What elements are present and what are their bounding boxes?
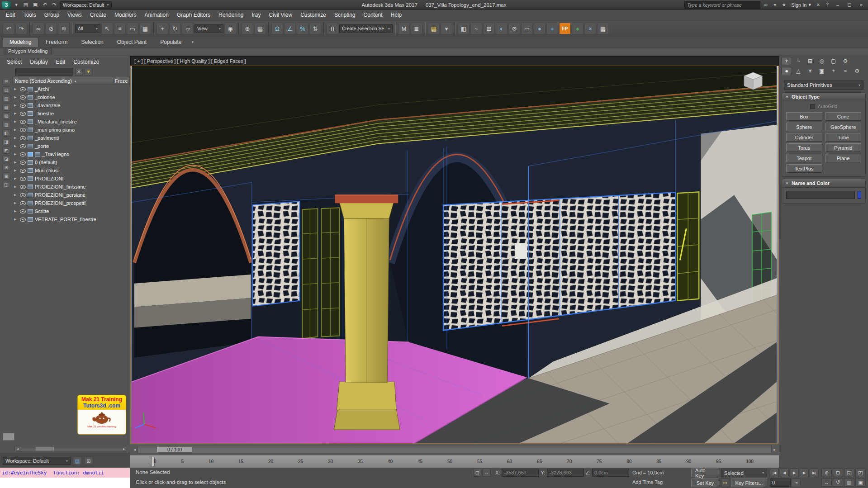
undo-icon[interactable]: ↶ xyxy=(3,23,14,34)
expand-arrow-icon[interactable]: ▶ xyxy=(14,193,18,197)
minimize-button[interactable]: – xyxy=(833,1,843,9)
toggle-layer-explorer-icon[interactable]: ▤ xyxy=(428,23,440,34)
create-torus-button[interactable]: Torus xyxy=(786,143,822,152)
expand-arrow-icon[interactable]: ▶ xyxy=(14,87,18,91)
show-shapes-icon[interactable]: ▦ xyxy=(2,104,10,111)
ribbon-tab-selection[interactable]: Selection xyxy=(75,38,109,47)
select-and-link-icon[interactable]: ∞ xyxy=(33,23,44,34)
select-and-manipulate-icon[interactable]: ⊕ xyxy=(242,23,253,34)
scene-converter-icon[interactable]: × xyxy=(584,23,596,34)
create-cylinder-button[interactable]: Cylinder xyxy=(786,133,822,142)
search-input[interactable] xyxy=(684,1,760,9)
expand-arrow-icon[interactable]: ▶ xyxy=(14,177,18,180)
create-textplus-button[interactable]: TextPlus xyxy=(786,164,822,173)
ribbon-more-icon[interactable]: ▾ xyxy=(192,40,194,47)
cat-systems[interactable]: ⚙ xyxy=(852,67,863,75)
y-coordinate-field[interactable]: -3228,693 xyxy=(547,469,584,477)
zoom-region-icon[interactable]: ◰ xyxy=(855,469,866,477)
show-cameras-icon[interactable]: ▨ xyxy=(2,121,10,128)
maxscript-mini-listener[interactable] xyxy=(0,478,130,488)
menu-iray[interactable]: Iray xyxy=(247,10,265,19)
visibility-eye-icon[interactable] xyxy=(20,95,26,99)
explorer-row[interactable]: ▶VETRATE_PORTE_finestre xyxy=(13,215,130,223)
menu-group[interactable]: Group xyxy=(40,10,63,19)
visibility-eye-icon[interactable] xyxy=(20,193,26,197)
bind-to-space-warp-icon[interactable]: ≋ xyxy=(58,23,70,34)
cat-cameras[interactable]: ▣ xyxy=(816,67,827,75)
angle-snap-icon[interactable]: ∠ xyxy=(284,23,296,34)
percent-snap-icon[interactable]: % xyxy=(297,23,308,34)
toggle-ribbon-icon[interactable]: ◧ xyxy=(458,23,470,34)
time-slider-right-icon[interactable]: ▸ xyxy=(772,447,778,452)
explorer-row[interactable]: ▶_davanzale xyxy=(13,101,130,109)
show-materials-icon[interactable]: ⊞ xyxy=(2,164,10,171)
layer-explorer-icon[interactable]: ▤ xyxy=(73,457,82,465)
app-menu-icon[interactable]: ▾ xyxy=(12,1,20,9)
render-production-icon[interactable]: ● xyxy=(534,23,545,34)
show-helpers-icon[interactable]: ◧ xyxy=(2,129,10,137)
visibility-eye-icon[interactable] xyxy=(20,185,26,189)
snaps-toggle-icon[interactable]: Ω xyxy=(271,23,283,34)
show-groups-icon[interactable]: ◩ xyxy=(2,147,10,154)
expand-arrow-icon[interactable]: ▶ xyxy=(14,120,18,123)
named-selection-sets-dropdown[interactable]: Create Selection Se▾ xyxy=(339,24,393,33)
explorer-menu-edit[interactable]: Edit xyxy=(52,58,70,66)
expand-arrow-icon[interactable]: ▶ xyxy=(14,185,18,189)
tab-hierarchy[interactable]: ⊟ xyxy=(805,57,816,65)
explorer-menu-customize[interactable]: Customize xyxy=(69,58,103,66)
visibility-eye-icon[interactable] xyxy=(20,87,26,91)
cat-shapes[interactable]: △ xyxy=(793,67,804,75)
current-frame-field[interactable]: 0 xyxy=(770,479,791,487)
explorer-row[interactable]: ▶_finestre xyxy=(13,109,130,118)
menu-civil-view[interactable]: Civil View xyxy=(265,10,296,19)
menu-edit[interactable]: Edit xyxy=(2,10,19,19)
zoom-all-icon[interactable]: ⊡ xyxy=(833,469,843,477)
scroll-left-icon[interactable]: ◂ xyxy=(15,447,20,451)
maximize-button[interactable]: ◻ xyxy=(844,1,854,9)
explorer-row[interactable]: ▶_Travi legno xyxy=(13,150,130,158)
open-file-icon[interactable]: ▤ xyxy=(22,1,30,9)
visibility-eye-icon[interactable] xyxy=(20,144,26,148)
show-warps-icon[interactable]: ◨ xyxy=(2,138,10,145)
filter-funnel-icon[interactable]: ▼ xyxy=(85,68,92,76)
menu-scripting[interactable]: Scripting xyxy=(330,10,360,19)
workspace-bottom-dropdown[interactable]: Workspace: Default ▾ xyxy=(3,457,71,465)
visibility-eye-icon[interactable] xyxy=(20,209,26,213)
create-teapot-button[interactable]: Teapot xyxy=(786,154,822,162)
tab-create[interactable]: + xyxy=(781,57,792,65)
expand-arrow-icon[interactable]: ▶ xyxy=(14,128,18,132)
mirror-icon[interactable]: M xyxy=(398,23,410,34)
expand-arrow-icon[interactable]: ▶ xyxy=(14,136,18,140)
sign-in-button[interactable]: Sign In ▾ xyxy=(789,2,813,8)
explorer-row[interactable]: ▶_Archi xyxy=(13,85,130,93)
sort-alphabetical-icon[interactable]: ⊟ xyxy=(2,78,10,85)
layers-dropdown-icon[interactable]: ▾ xyxy=(441,23,452,34)
viewcube[interactable] xyxy=(744,72,762,90)
select-and-scale-icon[interactable]: ▱ xyxy=(182,23,194,34)
select-object-icon[interactable]: ↖ xyxy=(101,23,113,34)
show-xrefs-icon[interactable]: ◪ xyxy=(2,155,10,162)
docked-toolbar-icon[interactable]: ⊞ xyxy=(84,457,93,465)
search-options-icon[interactable]: ▾ xyxy=(771,1,778,9)
menu-rendering[interactable]: Rendering xyxy=(214,10,247,19)
use-pivot-center-icon[interactable]: ◉ xyxy=(224,23,236,34)
explorer-search-input[interactable] xyxy=(15,68,73,76)
exchange-apps-icon[interactable]: ✕ xyxy=(815,1,822,9)
expand-arrow-icon[interactable]: ▶ xyxy=(14,218,18,221)
tab-utilities[interactable]: ⚙ xyxy=(840,57,851,65)
menu-views[interactable]: Views xyxy=(63,10,86,19)
explorer-row[interactable]: ▶PROIEZIONI_persiane xyxy=(13,191,130,199)
ribbon-tab-modeling[interactable]: Modeling xyxy=(3,37,38,47)
go-to-end-button[interactable]: ▶| xyxy=(810,469,819,477)
menu-modifiers[interactable]: Modifiers xyxy=(110,10,141,19)
expand-arrow-icon[interactable]: ▶ xyxy=(14,201,18,205)
expand-arrow-icon[interactable]: ▶ xyxy=(14,161,18,164)
rendered-frame-window-icon[interactable]: ▭ xyxy=(521,23,533,34)
explorer-row[interactable]: ▶PROIEZIONI xyxy=(13,175,130,183)
save-file-icon[interactable]: ▣ xyxy=(31,1,39,9)
explorer-column-header[interactable]: Name (Sorted Ascending) ▲ Froze xyxy=(13,77,130,85)
create-tube-button[interactable]: Tube xyxy=(825,133,862,142)
maximize-viewport-icon[interactable]: ▣ xyxy=(855,478,866,487)
maxscript-macro-recorder[interactable]: id:#eyeInTheSky function: dmnotii xyxy=(0,468,130,478)
zoom-extents-icon[interactable]: ◱ xyxy=(844,469,854,477)
